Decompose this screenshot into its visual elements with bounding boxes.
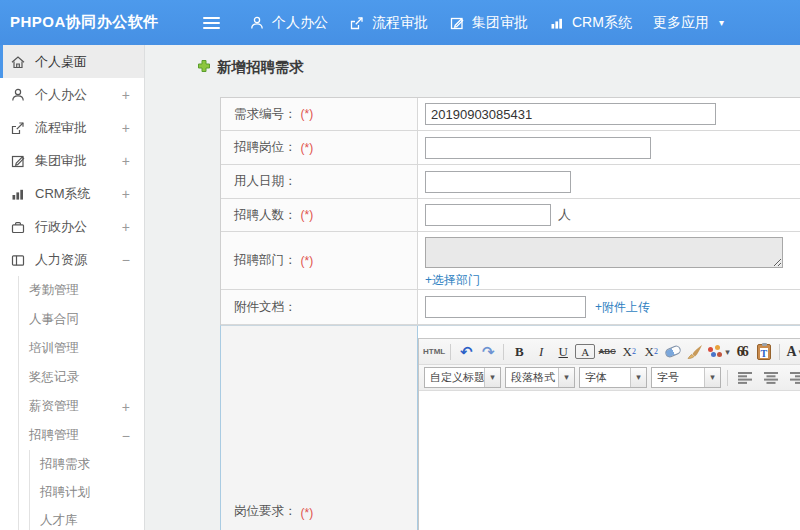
department-textarea[interactable] [425, 237, 783, 268]
field-label: 招聘岗位： [234, 139, 297, 156]
editor-content-area[interactable] [419, 391, 800, 530]
caret-down-icon: ▾ [630, 368, 646, 387]
align-right-button[interactable] [787, 367, 800, 388]
strikethrough-button[interactable]: ABC [597, 341, 617, 362]
nav-item-workflow-approval[interactable]: 流程审批 [349, 14, 428, 32]
page-title: 新增招聘需求 [197, 58, 304, 77]
sidebar-item-recruit-demand[interactable]: 招聘需求 [30, 450, 144, 478]
top-nav: 个人办公 流程审批 集团审批 CRM系统 更多应用 ▾ [249, 14, 724, 32]
sidebar-recruit-submenu: 招聘需求 招聘计划 人才库 [29, 450, 144, 530]
user-icon [249, 15, 265, 31]
sidebar-item-recruit-mgmt[interactable]: 招聘管理− [19, 421, 144, 450]
sidebar-item-personal-desktop[interactable]: 个人桌面 [0, 45, 144, 78]
attachment-upload-link[interactable]: +附件上传 [595, 299, 650, 316]
paste-button[interactable]: T [754, 341, 774, 362]
redo-button[interactable]: ↷ [478, 341, 498, 362]
sidebar-item-recruit-plan[interactable]: 招聘计划 [30, 478, 144, 506]
blockquote-button[interactable]: 66 [732, 341, 752, 362]
format-brush-button[interactable] [685, 341, 705, 362]
eraser-button[interactable] [663, 341, 683, 362]
underline-button[interactable]: U [553, 341, 573, 362]
expand-toggle[interactable]: + [122, 120, 130, 136]
sidebar-item-attendance[interactable]: 考勤管理 [19, 276, 144, 305]
sidebar-hr-submenu: 考勤管理 人事合同 培训管理 奖惩记录 薪资管理+ 招聘管理− 招聘需求 招聘计… [18, 276, 144, 530]
sidebar-item-group-approval[interactable]: 集团审批 + [0, 144, 144, 177]
hire-date-input[interactable] [425, 171, 571, 193]
app-header: PHPOA协同办公软件 个人办公 流程审批 集团审批 CRM系统 更多应用 ▾ [0, 0, 800, 45]
font-size-select[interactable]: 字号▾ [651, 367, 721, 388]
color-palette-button[interactable]: ▾ [707, 341, 730, 362]
demand-no-input[interactable] [425, 103, 716, 125]
collapse-toggle[interactable]: − [122, 428, 130, 444]
caret-down-icon: ▾ [484, 368, 500, 387]
align-right-icon [790, 372, 800, 384]
format-box-button[interactable]: A [575, 344, 595, 359]
form-row-demand-no: 需求编号：(*) [221, 98, 800, 131]
expand-toggle[interactable]: + [122, 186, 130, 202]
unit-label: 人 [558, 206, 571, 224]
collapse-toggle[interactable]: − [122, 252, 130, 268]
attachment-input[interactable] [425, 296, 586, 318]
nav-item-more-apps[interactable]: 更多应用 ▾ [653, 14, 724, 32]
italic-button[interactable]: I [531, 341, 551, 362]
sidebar-item-workflow-approval[interactable]: 流程审批 + [0, 111, 144, 144]
user-icon [10, 87, 26, 103]
brush-icon [687, 344, 703, 360]
sidebar-item-hr-contract[interactable]: 人事合同 [19, 305, 144, 334]
heading-select[interactable]: 自定义标题▾ [424, 367, 501, 388]
required-mark: (*) [301, 506, 314, 520]
nav-item-crm[interactable]: CRM系统 [549, 14, 632, 32]
edit-icon [10, 153, 26, 169]
html-source-button[interactable]: HTML [423, 341, 445, 362]
sidebar: 个人桌面 个人办公 + 流程审批 + 集团审批 + CRM系统 + [0, 45, 145, 530]
form-row-department: 招聘部门：(*) +选择部门 [221, 232, 800, 290]
font-family-select[interactable]: 字体▾ [579, 367, 647, 388]
expand-toggle[interactable]: + [122, 153, 130, 169]
sidebar-item-training[interactable]: 培训管理 [19, 334, 144, 363]
nav-item-personal-office[interactable]: 个人办公 [249, 14, 328, 32]
sidebar-item-talent-pool[interactable]: 人才库 [30, 506, 144, 530]
eraser-icon [664, 344, 682, 359]
sidebar-item-admin-office[interactable]: 行政办公 + [0, 210, 144, 243]
headcount-input[interactable] [425, 204, 551, 226]
field-label: 附件文档： [234, 299, 297, 316]
position-input[interactable] [425, 137, 651, 159]
menu-toggle-button[interactable] [203, 14, 221, 32]
required-mark: (*) [301, 254, 314, 268]
required-mark: (*) [301, 208, 314, 222]
superscript-button[interactable]: X2 [619, 341, 639, 362]
subscript-button[interactable]: X2 [641, 341, 661, 362]
palette-icon [707, 345, 723, 359]
required-mark: (*) [301, 107, 314, 121]
form-row-position: 招聘岗位：(*) [221, 131, 800, 165]
expand-toggle[interactable]: + [122, 219, 130, 235]
edit-icon [449, 15, 465, 31]
expand-toggle[interactable]: + [122, 399, 130, 415]
form-row-hire-date: 用人日期： [221, 165, 800, 199]
font-color-button[interactable]: A▾ [785, 341, 800, 362]
caret-down-icon: ▾ [704, 368, 720, 387]
expand-toggle[interactable]: + [122, 87, 130, 103]
paragraph-format-select[interactable]: 段落格式▾ [505, 367, 575, 388]
workflow-icon [10, 120, 26, 136]
caret-down-icon: ▾ [719, 17, 724, 28]
bold-button[interactable]: B [509, 341, 529, 362]
field-label: 招聘部门： [234, 252, 297, 269]
nav-item-group-approval[interactable]: 集团审批 [449, 14, 528, 32]
sidebar-item-personal-office[interactable]: 个人办公 + [0, 78, 144, 111]
sidebar-item-rewards[interactable]: 奖惩记录 [19, 363, 144, 392]
main-layout: 个人桌面 个人办公 + 流程审批 + 集团审批 + CRM系统 + [0, 45, 800, 530]
select-department-link[interactable]: +选择部门 [425, 272, 480, 289]
sidebar-item-salary[interactable]: 薪资管理+ [19, 392, 144, 421]
paste-icon: T [757, 344, 771, 360]
recruit-demand-form: 需求编号：(*) 招聘岗位：(*) 用人日期： 招聘人数：(*) 人 招聘部门：… [220, 97, 800, 530]
undo-button[interactable]: ↶ [456, 341, 476, 362]
field-label: 招聘人数： [234, 207, 297, 224]
sidebar-item-crm[interactable]: CRM系统 + [0, 177, 144, 210]
align-left-button[interactable] [735, 367, 755, 388]
bar-chart-icon [549, 15, 565, 31]
app-logo: PHPOA协同办公软件 [0, 13, 145, 32]
workflow-icon [349, 15, 365, 31]
sidebar-item-hr[interactable]: 人力资源 − [0, 243, 144, 276]
align-center-button[interactable] [761, 367, 781, 388]
